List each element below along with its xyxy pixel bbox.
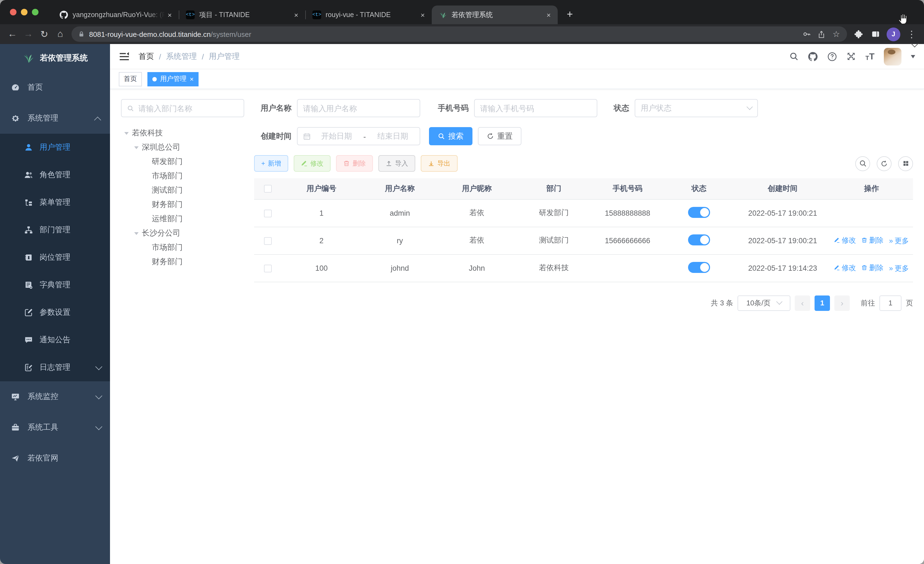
sidebar-item-system-management[interactable]: 系统管理 bbox=[0, 103, 110, 134]
username-input[interactable] bbox=[297, 99, 420, 117]
date-range-picker[interactable]: 开始日期 - 结束日期 bbox=[297, 127, 420, 145]
close-window-button[interactable] bbox=[10, 9, 16, 15]
sidebar-item-system-monitor[interactable]: 系统监控 bbox=[0, 381, 110, 412]
import-button[interactable]: 导入 bbox=[378, 155, 415, 171]
sidebar-collapse-icon[interactable] bbox=[119, 51, 130, 62]
close-tag-icon[interactable]: × bbox=[190, 76, 194, 82]
back-button[interactable]: ← bbox=[4, 26, 20, 42]
status-toggle[interactable] bbox=[688, 262, 710, 273]
search-button[interactable]: 搜索 bbox=[429, 127, 472, 145]
breadcrumb-home[interactable]: 首页 bbox=[139, 51, 154, 61]
sidebar-item-post-management[interactable]: 岗位管理 bbox=[0, 244, 110, 271]
sidebar-item-log-management[interactable]: 日志管理 bbox=[0, 354, 110, 381]
zoom-window-button[interactable] bbox=[32, 9, 39, 15]
sidebar-item-official-site[interactable]: 若依官网 bbox=[0, 443, 110, 474]
delete-button[interactable]: 删除 bbox=[336, 155, 373, 171]
sidebar-item-param-settings[interactable]: 参数设置 bbox=[0, 299, 110, 326]
status-select[interactable]: 用户状态 bbox=[635, 99, 758, 117]
tree-node[interactable]: 测试部门 bbox=[121, 183, 244, 197]
sidebar-item-dict-management[interactable]: 字典管理 bbox=[0, 271, 110, 299]
breadcrumb-system[interactable]: 系统管理 bbox=[166, 51, 197, 61]
avatar-dropdown-caret-icon[interactable] bbox=[911, 55, 915, 58]
bookmark-star-icon[interactable]: ☆ bbox=[829, 27, 844, 42]
sidebar-item-home[interactable]: 首页 bbox=[0, 72, 110, 103]
side-panel-icon[interactable] bbox=[867, 26, 883, 42]
tree-node[interactable]: 研发部门 bbox=[121, 155, 244, 169]
tag-home[interactable]: 首页 bbox=[119, 72, 142, 86]
tree-node[interactable]: 若依科技 bbox=[121, 126, 244, 140]
browser-profile-avatar[interactable]: J bbox=[886, 27, 900, 41]
password-key-icon[interactable] bbox=[799, 27, 814, 42]
dept-search-input[interactable] bbox=[121, 99, 244, 117]
home-button[interactable]: ⌂ bbox=[52, 26, 68, 42]
sidebar-item-menu-management[interactable]: 菜单管理 bbox=[0, 189, 110, 216]
sidebar-item-system-tools[interactable]: 系统工具 bbox=[0, 412, 110, 443]
reload-button[interactable]: ↻ bbox=[36, 26, 52, 42]
window-controls[interactable] bbox=[10, 9, 39, 15]
row-checkbox[interactable] bbox=[264, 209, 272, 217]
close-tab-icon[interactable]: × bbox=[418, 10, 428, 20]
font-size-icon[interactable]: TT bbox=[866, 52, 874, 61]
tree-node[interactable]: 财务部门 bbox=[121, 197, 244, 212]
github-icon[interactable] bbox=[808, 51, 818, 61]
next-page-button[interactable]: › bbox=[834, 295, 850, 311]
browser-tab-github[interactable]: yangzongzhuan/RuoYi-Vue: (Ru × bbox=[53, 6, 179, 24]
share-icon[interactable] bbox=[814, 27, 829, 42]
header-search-icon[interactable] bbox=[789, 52, 799, 61]
row-delete-link[interactable]: 删除 bbox=[862, 263, 884, 273]
row-checkbox[interactable] bbox=[264, 237, 272, 245]
browser-tab-rouyi-vue[interactable]: <t> rouyi-vue - TITANIDE × bbox=[306, 6, 432, 24]
phone-input[interactable] bbox=[474, 99, 597, 117]
column-settings-button[interactable] bbox=[898, 156, 913, 171]
close-tab-icon[interactable]: × bbox=[544, 10, 553, 20]
tag-user-management[interactable]: 用户管理 × bbox=[147, 72, 198, 86]
help-question-icon[interactable] bbox=[828, 51, 837, 61]
edit-button[interactable]: 修改 bbox=[294, 155, 330, 171]
overflow-menu-icon[interactable]: ⋮ bbox=[904, 26, 920, 42]
tree-node[interactable]: 财务部门 bbox=[121, 255, 244, 269]
sidebar-item-dept-management[interactable]: 部门管理 bbox=[0, 216, 110, 244]
goto-page-input[interactable]: 1 bbox=[879, 295, 902, 311]
sidebar-item-user-management[interactable]: 用户管理 bbox=[0, 134, 110, 161]
row-more-link[interactable]: »更多 bbox=[889, 263, 909, 273]
tree-node[interactable]: 运维部门 bbox=[121, 212, 244, 226]
fullscreen-icon[interactable] bbox=[847, 52, 856, 61]
tree-node[interactable]: 深圳总公司 bbox=[121, 140, 244, 155]
tree-caret-icon[interactable] bbox=[131, 232, 142, 235]
minimize-window-button[interactable] bbox=[21, 9, 27, 15]
tree-caret-icon[interactable] bbox=[121, 132, 132, 135]
select-all-checkbox[interactable] bbox=[264, 185, 272, 193]
tree-node[interactable]: 长沙分公司 bbox=[121, 226, 244, 241]
table-row: 100 johnd John 若依科技 2022-05-17 19:14:23 … bbox=[254, 254, 913, 282]
sidebar-item-role-management[interactable]: 角色管理 bbox=[0, 161, 110, 189]
tree-node[interactable]: 市场部门 bbox=[121, 169, 244, 183]
row-more-link[interactable]: »更多 bbox=[889, 236, 909, 246]
browser-tab-titanide-project[interactable]: <t> 项目 - TITANIDE × bbox=[179, 6, 305, 24]
prev-page-button[interactable]: ‹ bbox=[795, 295, 810, 311]
close-tab-icon[interactable]: × bbox=[291, 10, 301, 20]
extensions-puzzle-icon[interactable] bbox=[850, 26, 866, 42]
show-search-toggle-button[interactable] bbox=[855, 156, 870, 171]
user-avatar[interactable] bbox=[884, 48, 902, 65]
org-chart-icon bbox=[24, 226, 33, 235]
add-button[interactable]: + 新增 bbox=[254, 155, 288, 171]
sidebar-item-notice[interactable]: 通知公告 bbox=[0, 326, 110, 354]
address-bar[interactable]: 8081-rouyi-vue-demo.cloud.titanide.cn/sy… bbox=[72, 26, 847, 42]
tree-caret-icon[interactable] bbox=[131, 146, 142, 149]
browser-tab-ruoyi-active[interactable]: 若依管理系统 × bbox=[432, 6, 558, 24]
refresh-table-button[interactable] bbox=[877, 156, 891, 171]
current-page-button[interactable]: 1 bbox=[814, 295, 830, 311]
forward-button[interactable]: → bbox=[20, 26, 36, 42]
status-toggle[interactable] bbox=[688, 207, 710, 218]
row-delete-link[interactable]: 删除 bbox=[862, 235, 884, 245]
new-tab-button[interactable]: + bbox=[562, 7, 578, 22]
export-button[interactable]: 导出 bbox=[421, 155, 458, 171]
reset-button[interactable]: 重置 bbox=[478, 127, 521, 145]
status-toggle[interactable] bbox=[688, 234, 710, 245]
tree-node[interactable]: 市场部门 bbox=[121, 241, 244, 255]
row-edit-link[interactable]: 修改 bbox=[834, 263, 856, 273]
close-tab-icon[interactable]: × bbox=[165, 10, 174, 20]
row-edit-link[interactable]: 修改 bbox=[834, 235, 856, 245]
row-checkbox[interactable] bbox=[264, 265, 272, 272]
page-size-select[interactable]: 10条/页 bbox=[738, 295, 790, 311]
